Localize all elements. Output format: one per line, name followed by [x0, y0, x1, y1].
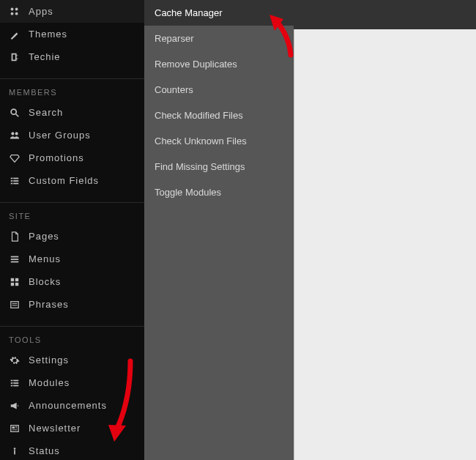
sidebar-item-menus[interactable]: Menus: [0, 248, 144, 270]
submenu-item-reparser[interactable]: Reparser: [144, 26, 294, 51]
sidebar-item-phrases[interactable]: Phrases: [0, 293, 144, 316]
bullhorn-icon: [9, 400, 20, 411]
svg-line-5: [15, 114, 18, 116]
svg-rect-15: [10, 259, 18, 260]
submenu-item-check-unknown-files[interactable]: Check Unknown Files: [144, 128, 294, 154]
submenu-item-find-missing-settings[interactable]: Find Missing Settings: [144, 154, 294, 179]
submenu-item-label: Toggle Modules: [155, 187, 221, 198]
sidebar-item-promotions[interactable]: Promotions: [0, 146, 144, 169]
submenu-item-label: Counters: [155, 84, 193, 95]
svg-point-7: [15, 132, 18, 135]
sidebar: Apps Themes Techie MEMBERS Search User G…: [0, 0, 144, 460]
users-icon: [9, 130, 20, 141]
svg-rect-9: [13, 177, 18, 179]
svg-rect-24: [10, 379, 12, 381]
submenu-item-check-modified-files[interactable]: Check Modified Files: [144, 103, 294, 128]
sidebar-item-label: Modules: [29, 377, 70, 388]
sidebar-item-label: Newsletter: [29, 423, 81, 434]
sidebar-item-label: Blocks: [29, 276, 61, 287]
svg-rect-19: [10, 282, 13, 285]
svg-point-6: [11, 132, 14, 135]
submenu-item-label: Remove Duplicates: [155, 59, 237, 70]
sidebar-item-label: Pages: [29, 231, 59, 242]
svg-rect-29: [13, 385, 18, 386]
sidebar-item-label: Promotions: [29, 152, 84, 163]
submenu-item-toggle-modules[interactable]: Toggle Modules: [144, 179, 294, 205]
svg-rect-8: [10, 177, 12, 179]
svg-rect-31: [12, 426, 15, 429]
info-icon: [9, 445, 20, 456]
page-icon: [9, 231, 20, 242]
svg-rect-28: [10, 385, 12, 386]
sidebar-item-label: Themes: [29, 29, 67, 40]
svg-point-3: [15, 12, 18, 15]
search-icon: [9, 107, 20, 118]
list-icon: [9, 175, 20, 186]
svg-point-35: [13, 448, 15, 450]
submenu-item-label: Find Missing Settings: [155, 161, 245, 172]
svg-rect-26: [10, 382, 12, 384]
sidebar-item-label: Settings: [29, 355, 69, 366]
sidebar-item-label: Techie: [29, 51, 61, 62]
sidebar-item-blocks[interactable]: Blocks: [0, 270, 144, 293]
sidebar-item-themes[interactable]: Themes: [0, 23, 144, 45]
gear-icon: [9, 355, 20, 366]
brush-icon: [9, 29, 20, 40]
newsletter-icon: [9, 423, 20, 434]
apps-icon: [9, 6, 20, 17]
sidebar-item-label: Status: [29, 445, 60, 456]
submenu-item-cache-manager[interactable]: Cache Manager: [144, 0, 294, 26]
blocks-icon: [9, 276, 20, 287]
svg-rect-17: [10, 278, 13, 281]
svg-rect-10: [10, 180, 12, 182]
submenu: Cache Manager Reparser Remove Duplicates…: [144, 0, 294, 460]
sidebar-item-label: Custom Fields: [29, 175, 99, 186]
sidebar-section-tools: TOOLS: [0, 326, 144, 349]
sidebar-item-custom-fields[interactable]: Custom Fields: [0, 169, 144, 192]
modules-icon: [9, 377, 20, 388]
sidebar-item-settings[interactable]: Settings: [0, 349, 144, 371]
sidebar-item-search[interactable]: Search: [0, 101, 144, 124]
svg-rect-12: [10, 182, 12, 184]
svg-rect-18: [15, 278, 18, 281]
sidebar-item-pages[interactable]: Pages: [0, 225, 144, 248]
submenu-item-label: Reparser: [155, 33, 193, 44]
svg-rect-36: [14, 450, 15, 454]
menu-icon: [9, 253, 20, 264]
phrases-icon: [9, 299, 20, 310]
svg-point-1: [15, 7, 18, 10]
svg-rect-14: [10, 256, 18, 257]
sidebar-item-label: User Groups: [29, 130, 91, 141]
sidebar-section-site: SITE: [0, 202, 144, 225]
sidebar-item-modules[interactable]: Modules: [0, 371, 144, 394]
sidebar-section-members: MEMBERS: [0, 78, 144, 101]
sidebar-item-user-groups[interactable]: User Groups: [0, 124, 144, 146]
svg-point-0: [10, 7, 13, 10]
sidebar-item-label: Menus: [29, 253, 61, 264]
svg-rect-13: [13, 182, 18, 184]
diamond-icon: [9, 152, 20, 163]
sidebar-item-label: Phrases: [29, 299, 69, 310]
svg-point-4: [11, 109, 16, 114]
sidebar-item-label: Apps: [29, 6, 53, 17]
sidebar-item-techie[interactable]: Techie: [0, 45, 144, 68]
svg-point-2: [10, 12, 13, 15]
content-area: [294, 29, 476, 460]
svg-rect-11: [13, 180, 18, 182]
sidebar-item-label: Search: [29, 107, 63, 118]
submenu-item-label: Cache Manager: [155, 7, 223, 18]
sidebar-item-status[interactable]: Status: [0, 439, 144, 460]
techie-icon: [9, 51, 20, 62]
submenu-item-counters[interactable]: Counters: [144, 77, 294, 103]
sidebar-item-announcements[interactable]: Announcements: [0, 394, 144, 417]
svg-rect-25: [13, 379, 18, 381]
submenu-item-remove-duplicates[interactable]: Remove Duplicates: [144, 51, 294, 77]
sidebar-item-apps[interactable]: Apps: [0, 0, 144, 23]
sidebar-item-newsletter[interactable]: Newsletter: [0, 417, 144, 439]
svg-rect-27: [13, 382, 18, 384]
submenu-item-label: Check Modified Files: [155, 110, 243, 121]
submenu-item-label: Check Unknown Files: [155, 136, 247, 146]
sidebar-item-label: Announcements: [29, 400, 107, 411]
svg-rect-16: [10, 261, 18, 262]
svg-rect-21: [10, 301, 18, 308]
